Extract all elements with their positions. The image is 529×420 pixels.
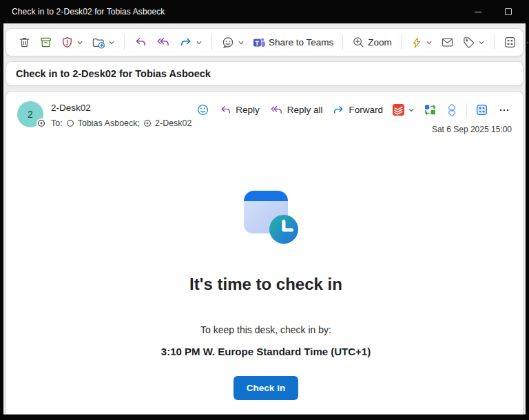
reactions-smiley-icon bbox=[196, 103, 209, 116]
recipient[interactable]: 2-Desk02 bbox=[155, 118, 192, 128]
message-actions: Reply Reply all Forward bbox=[192, 101, 515, 118]
forward-icon bbox=[179, 36, 193, 49]
more-options-button[interactable] bbox=[521, 33, 529, 52]
forward-button[interactable] bbox=[175, 32, 207, 52]
presence-circle-icon bbox=[66, 119, 74, 127]
reply-all-icon bbox=[156, 36, 171, 49]
header-actions-area: Reply Reply all Forward bbox=[192, 101, 515, 134]
sender-block: 2-Desk02 To: Tobias Asboeck; 2-Desk02 bbox=[51, 101, 192, 128]
check-in-button[interactable]: Check in bbox=[234, 376, 298, 400]
chevron-down-icon bbox=[196, 39, 203, 46]
actions-divider bbox=[466, 103, 467, 117]
addin-icon bbox=[424, 104, 436, 116]
body-heading: It's time to check in bbox=[17, 275, 515, 294]
apps-grid-icon bbox=[475, 103, 488, 116]
reactions-button[interactable] bbox=[192, 101, 214, 118]
reply-icon bbox=[219, 104, 232, 116]
message-pane: 2 2-Desk02 To: Tobias Asboeck; 2-Desk02 bbox=[6, 91, 523, 414]
reply-button[interactable]: Reply bbox=[215, 102, 264, 118]
window-title: Check in to 2-Desk02 for Tobias Asboeck bbox=[12, 7, 165, 17]
insights-addin-button[interactable] bbox=[442, 102, 462, 118]
maximize-button[interactable] bbox=[493, 0, 523, 23]
subject-bar: Check in to 2-Desk02 for Tobias Asboeck bbox=[6, 61, 523, 86]
move-to-folder-button[interactable] bbox=[87, 32, 119, 53]
quick-steps-button[interactable] bbox=[406, 33, 437, 52]
chevron-down-icon bbox=[426, 39, 433, 46]
message-header: 2 2-Desk02 To: Tobias Asboeck; 2-Desk02 bbox=[17, 101, 515, 134]
presence-unknown-icon bbox=[37, 119, 45, 127]
toolbar-divider bbox=[342, 34, 343, 50]
more-options-icon bbox=[525, 36, 529, 49]
apps-button[interactable] bbox=[471, 101, 492, 118]
more-message-options-button[interactable] bbox=[494, 102, 515, 118]
mark-unread-button[interactable] bbox=[437, 32, 458, 52]
forward-button[interactable]: Forward bbox=[328, 102, 387, 118]
zoom-in-icon bbox=[352, 36, 365, 49]
recipient[interactable]: Tobias Asboeck; bbox=[78, 118, 140, 128]
chevron-down-icon bbox=[238, 39, 245, 46]
mark-unread-envelope-icon bbox=[441, 36, 454, 49]
todoist-addin-button[interactable] bbox=[388, 102, 419, 118]
toolbar-divider bbox=[494, 34, 495, 50]
zoom-label: Zoom bbox=[368, 37, 392, 48]
reply-label: Reply bbox=[236, 105, 260, 115]
reply-all-label: Reply all bbox=[287, 105, 323, 115]
categorize-tag-icon bbox=[462, 36, 475, 49]
more-options-icon bbox=[498, 104, 510, 116]
todoist-icon bbox=[393, 104, 404, 116]
apps-grid-icon bbox=[504, 36, 517, 49]
sender-avatar[interactable]: 2 bbox=[17, 101, 43, 127]
reply-button[interactable] bbox=[129, 32, 152, 52]
reply-all-button[interactable]: Reply all bbox=[265, 102, 327, 118]
reply-icon bbox=[134, 36, 147, 49]
toolbar-divider bbox=[401, 34, 402, 50]
presence-badge bbox=[37, 118, 46, 128]
subject-text: Check in to 2-Desk02 for Tobias Asboeck bbox=[16, 68, 211, 79]
toolbar-divider bbox=[211, 34, 212, 50]
titlebar: Check in to 2-Desk02 for Tobias Asboeck bbox=[0, 0, 529, 23]
ribbon-toolbar: Share to Teams Zoom bbox=[6, 28, 523, 56]
sender-name[interactable]: 2-Desk02 bbox=[51, 103, 192, 113]
archive-button[interactable] bbox=[35, 32, 56, 52]
report-shield-icon bbox=[61, 36, 74, 49]
window-controls bbox=[463, 0, 523, 23]
delete-icon bbox=[18, 36, 31, 49]
reactions-button[interactable] bbox=[217, 32, 249, 53]
minimize-button[interactable] bbox=[463, 0, 493, 23]
chevron-down-icon bbox=[76, 39, 83, 46]
recipients-line: To: Tobias Asboeck; 2-Desk02 bbox=[51, 118, 192, 128]
reply-all-icon bbox=[269, 104, 284, 116]
forward-icon bbox=[332, 104, 345, 116]
to-label: To: bbox=[51, 118, 63, 128]
toolbar-divider bbox=[124, 34, 125, 50]
share-to-teams-label: Share to Teams bbox=[269, 37, 333, 48]
checkin-deadline: 3:10 PM W. Europe Standard Time (UTC+1) bbox=[17, 346, 515, 357]
chevron-down-icon bbox=[478, 39, 485, 46]
app-surface: Share to Teams Zoom Check in to 2-Desk0 bbox=[3, 23, 526, 414]
chevron-down-icon bbox=[108, 39, 115, 46]
addin-button[interactable] bbox=[420, 102, 440, 118]
move-to-folder-icon bbox=[92, 36, 105, 50]
forward-label: Forward bbox=[349, 105, 383, 115]
share-to-teams-button[interactable]: Share to Teams bbox=[249, 32, 338, 52]
message-date: Sat 6 Sep 2025 15:00 bbox=[192, 125, 515, 134]
chat-reaction-icon bbox=[221, 36, 235, 50]
report-button[interactable] bbox=[56, 32, 87, 52]
insights-diamond-icon bbox=[446, 104, 458, 116]
outlook-message-window: { "window": { "title": "Check in to 2-De… bbox=[0, 0, 529, 420]
archive-icon bbox=[39, 36, 52, 49]
apps-button[interactable] bbox=[499, 32, 521, 52]
minimize-icon bbox=[475, 12, 481, 12]
delete-button[interactable] bbox=[14, 32, 35, 52]
quick-steps-lightning-icon bbox=[411, 36, 423, 49]
teams-icon bbox=[253, 36, 266, 49]
email-body: It's time to check in To keep this desk,… bbox=[17, 134, 515, 400]
zoom-button[interactable]: Zoom bbox=[348, 32, 396, 52]
body-instruction: To keep this desk, check in by: bbox=[17, 324, 515, 335]
calendar-clock-icon bbox=[231, 187, 300, 250]
maximize-icon bbox=[505, 8, 512, 15]
chevron-down-icon bbox=[408, 107, 415, 114]
reply-all-button[interactable] bbox=[152, 32, 175, 52]
presence-unknown-icon bbox=[143, 119, 152, 127]
categorize-button[interactable] bbox=[458, 32, 489, 52]
